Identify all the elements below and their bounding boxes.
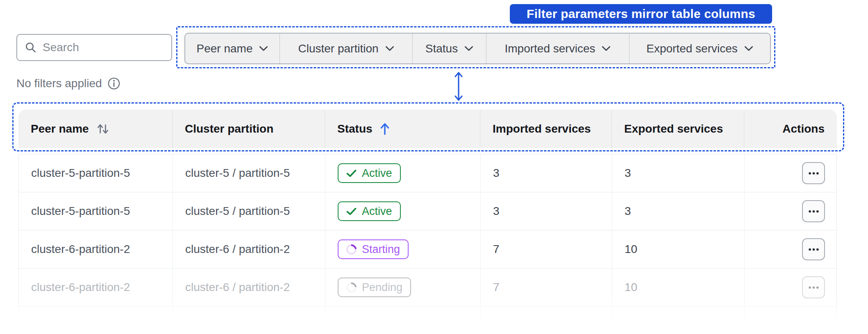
cell-exported-services: 10 (612, 269, 744, 306)
cell-exported-services: 3 (612, 192, 744, 230)
status-badge: Active (338, 163, 401, 183)
column-header-cluster-partition: Cluster partition (172, 110, 325, 148)
cell-actions (744, 192, 837, 230)
cell-status: Active (325, 154, 480, 192)
chevron-down-icon (259, 46, 268, 51)
column-header-status[interactable]: Status (325, 110, 480, 148)
chevron-down-icon (464, 46, 473, 51)
annotation-callout-label: Filter parameters mirror table columns (527, 7, 755, 21)
column-header-imported-services: Imported services (480, 110, 611, 148)
cell-imported-services (480, 307, 612, 334)
cell-status: Active (325, 192, 480, 230)
cell-exported-services: 10 (612, 230, 744, 268)
cluster-partition-text: cluster-5 / partition-5 (185, 205, 290, 218)
exported-count: 3 (625, 205, 631, 218)
cell-actions (744, 269, 837, 306)
cell-imported-services: 7 (480, 269, 612, 306)
cell-status: Starting (325, 230, 480, 268)
column-header-label: Cluster partition (185, 122, 273, 135)
peer-name-text: cluster-5-partition-5 (31, 167, 130, 180)
imported-count: 7 (493, 281, 500, 294)
peer-name-text: cluster-6-partition-2 (31, 281, 130, 294)
imported-count: 3 (493, 167, 500, 180)
column-header-peer-name[interactable]: Peer name (18, 110, 172, 148)
cluster-partition-text: cluster-5 / partition-5 (185, 167, 290, 180)
row-actions-button[interactable] (802, 162, 825, 184)
cell-status: Pending (325, 269, 480, 306)
cluster-partition-text: cluster-6 / partition-2 (185, 281, 290, 294)
peer-name-text: cluster-6-partition-2 (31, 243, 130, 256)
check-icon (346, 207, 357, 216)
filters-note-text: No filters applied (16, 77, 102, 90)
column-header-label: Status (337, 122, 373, 135)
search-box (16, 34, 172, 61)
filter-dropdown-exported-services[interactable]: Exported services (629, 34, 770, 63)
exported-count: 3 (625, 167, 631, 180)
table-header-row: Peer name Cluster partition Status (18, 110, 837, 148)
cell-status (325, 307, 480, 334)
chevron-down-icon (744, 46, 753, 51)
filter-group: Peer name Cluster partition Status Impor… (184, 33, 771, 64)
status-badge: Starting (338, 239, 409, 259)
filter-dropdown-status[interactable]: Status (412, 34, 486, 63)
table-row: cluster-6-partition-2 cluster-6 / partit… (19, 230, 836, 269)
cell-cluster-partition: cluster-6 / partition-2 (173, 269, 325, 306)
filter-dropdown-label: Status (425, 42, 458, 55)
ellipsis-icon (808, 248, 819, 251)
ellipsis-icon (808, 286, 819, 289)
filter-dropdown-label: Cluster partition (298, 42, 378, 55)
cell-cluster-partition: cluster-5 / partition-5 (173, 192, 325, 230)
cell-peer-name: cluster-5-partition-5 (19, 154, 173, 192)
sort-ascending-icon (380, 122, 390, 135)
table-row: cluster-6-partition-2 cluster-6 / partit… (19, 269, 836, 307)
cell-imported-services: 3 (480, 192, 612, 230)
double-arrow-icon (452, 71, 465, 102)
cell-exported-services (612, 307, 744, 334)
chevron-down-icon (602, 46, 611, 51)
cell-peer-name: cluster-6-partition-2 (19, 269, 173, 306)
table-row: cluster-5-partition-5 cluster-5 / partit… (19, 154, 836, 192)
status-badge: Pending (338, 278, 411, 297)
status-label: Starting (362, 243, 400, 256)
check-icon (346, 169, 357, 178)
filter-dropdown-peer-name[interactable]: Peer name (185, 34, 279, 63)
ellipsis-icon (808, 172, 819, 175)
filter-dropdown-label: Peer name (197, 42, 253, 55)
filter-dropdown-cluster-partition[interactable]: Cluster partition (279, 34, 412, 63)
column-header-label: Exported services (624, 122, 723, 135)
cluster-partition-text: cluster-6 / partition-2 (185, 243, 290, 256)
cell-exported-services: 3 (612, 154, 744, 192)
column-header-label: Imported services (493, 122, 591, 135)
table-row-partial (19, 307, 836, 334)
status-label: Active (362, 167, 392, 180)
imported-count: 7 (493, 243, 500, 256)
row-actions-button[interactable] (802, 238, 825, 260)
info-icon[interactable] (107, 77, 120, 90)
table-row: cluster-5-partition-5 cluster-5 / partit… (19, 192, 836, 230)
status-label: Active (362, 205, 392, 218)
row-actions-button[interactable] (802, 276, 825, 298)
status-label: Pending (362, 281, 402, 294)
cell-actions (744, 154, 837, 192)
column-header-actions: Actions (744, 110, 837, 148)
column-header-label: Peer name (31, 122, 89, 135)
search-icon (25, 41, 37, 54)
cell-imported-services: 3 (480, 154, 612, 192)
cell-peer-name (19, 307, 173, 334)
exported-count: 10 (625, 281, 637, 294)
cell-imported-services: 7 (480, 230, 612, 268)
status-badge: Active (338, 201, 401, 221)
row-actions-button[interactable] (802, 200, 825, 222)
filter-dropdown-imported-services[interactable]: Imported services (486, 34, 629, 63)
cell-cluster-partition: cluster-5 / partition-5 (173, 154, 325, 192)
cell-cluster-partition (173, 307, 325, 334)
column-header-exported-services: Exported services (611, 110, 744, 148)
cell-actions (744, 230, 837, 268)
spinner-icon (344, 280, 359, 294)
cell-peer-name: cluster-5-partition-5 (19, 192, 173, 230)
search-input[interactable] (43, 41, 164, 54)
column-header-label: Actions (782, 122, 825, 135)
peers-table: Peer name Cluster partition Status (18, 110, 837, 334)
page: Filter parameters mirror table columns P… (0, 0, 868, 334)
cell-actions (744, 307, 837, 334)
